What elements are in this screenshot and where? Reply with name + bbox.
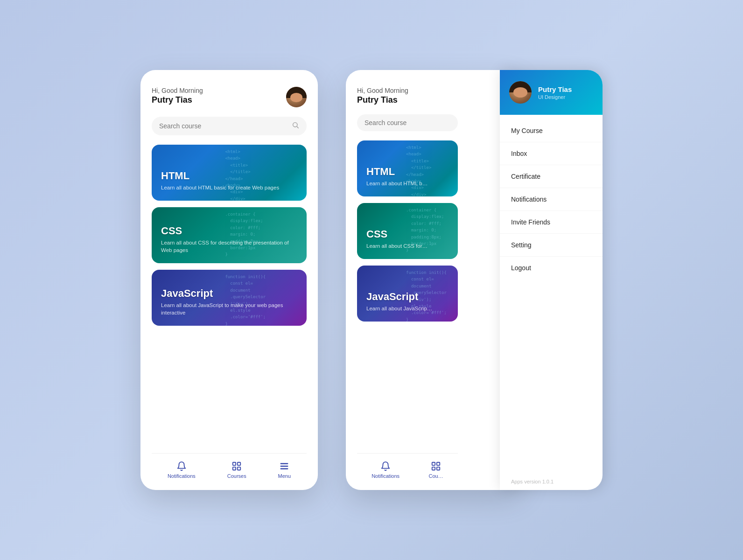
- course-desc-html-2: Learn all about HTML b…: [366, 180, 449, 187]
- avatar[interactable]: [286, 87, 307, 107]
- course-title-html: HTML: [161, 170, 297, 182]
- svg-rect-11: [432, 467, 435, 470]
- course-desc-js-2: Learn all about JavaScrip…: [366, 305, 449, 312]
- svg-point-0: [293, 123, 297, 127]
- bottom-nav-2: Notifications Cou…: [357, 453, 458, 479]
- menu-item-invite-friends[interactable]: Invite Friends: [500, 211, 603, 234]
- phone-card-2-wrapper: Hi, Good Morning Putry Tias <html> <head…: [346, 70, 603, 490]
- header: Hi, Good Morning Putry Tias: [152, 87, 307, 107]
- menu-panel: Putry Tias UI Designer My Course Inbox C…: [500, 70, 603, 490]
- course-desc-js: Learn all about JavaScript to make your …: [161, 301, 297, 316]
- nav-menu-label: Menu: [278, 473, 291, 479]
- svg-rect-4: [233, 467, 236, 470]
- menu-avatar: [509, 81, 532, 104]
- nav-courses[interactable]: Courses: [227, 461, 246, 479]
- course-title-js-2: JavaScript: [366, 291, 449, 303]
- svg-rect-9: [432, 462, 435, 465]
- nav-courses-label-2: Cou…: [428, 473, 443, 479]
- avatar-image: [286, 87, 307, 107]
- menu-user-name: Putry Tias: [538, 85, 572, 93]
- user-name-2: Putry Tias: [357, 95, 408, 105]
- course-card-html-2[interactable]: <html> <head> <title> </title> </head> <…: [357, 140, 458, 196]
- search-input-2[interactable]: [364, 119, 450, 126]
- header-2: Hi, Good Morning Putry Tias: [357, 87, 512, 105]
- menu-item-logout[interactable]: Logout: [500, 257, 603, 279]
- svg-rect-12: [437, 467, 440, 470]
- nav-menu[interactable]: Menu: [278, 461, 291, 479]
- search-icon: [292, 121, 299, 131]
- course-title-html-2: HTML: [366, 166, 449, 178]
- menu-user-info: Putry Tias UI Designer: [538, 85, 572, 100]
- nav-courses-2[interactable]: Cou…: [428, 461, 443, 479]
- course-desc-html: Learn all about HTML basic for create We…: [161, 184, 297, 191]
- nav-notifications-label: Notifications: [168, 473, 196, 479]
- course-card-js-2[interactable]: function init(){ const el= document .que…: [357, 266, 458, 322]
- menu-user-role: UI Designer: [538, 94, 572, 100]
- course-card-css[interactable]: .container { display:flex; color: #fff; …: [152, 207, 307, 263]
- phone-card-1: Hi, Good Morning Putry Tias <html> <head…: [140, 70, 318, 490]
- search-bar-2[interactable]: [357, 114, 458, 131]
- course-desc-css: Learn all about CSS for describing the p…: [161, 239, 297, 254]
- nav-notifications-label-2: Notifications: [372, 473, 400, 479]
- nav-courses-label: Courses: [227, 473, 246, 479]
- nav-notifications[interactable]: Notifications: [168, 461, 196, 479]
- course-card-css-2[interactable]: .container { display:flex; color: #fff; …: [357, 203, 458, 259]
- svg-rect-10: [437, 462, 440, 465]
- course-title-js: JavaScript: [161, 287, 297, 300]
- greeting-block-2: Hi, Good Morning Putry Tias: [357, 87, 408, 105]
- course-card-js[interactable]: function init(){ const el= document .que…: [152, 270, 307, 326]
- menu-item-certificate[interactable]: Certificate: [500, 165, 603, 188]
- course-card-html[interactable]: <html> <head> <title> </title> </head> <…: [152, 145, 307, 201]
- svg-rect-5: [238, 467, 240, 470]
- user-name: Putry Tias: [152, 95, 203, 105]
- svg-rect-3: [238, 462, 240, 465]
- nav-notifications-2[interactable]: Notifications: [372, 461, 400, 479]
- svg-rect-2: [233, 462, 236, 465]
- phone-card-2: Hi, Good Morning Putry Tias <html> <head…: [346, 70, 523, 490]
- course-title-css: CSS: [161, 225, 297, 237]
- courses-list-2: <html> <head> <title> </title> </head> <…: [357, 140, 512, 444]
- menu-version: Apps version 1.0.1: [500, 473, 603, 490]
- svg-line-1: [297, 126, 299, 128]
- courses-list: <html> <head> <title> </title> </head> <…: [152, 145, 307, 444]
- greeting-block: Hi, Good Morning Putry Tias: [152, 87, 203, 105]
- search-bar[interactable]: [152, 117, 307, 135]
- bottom-nav: Notifications Courses Menu: [152, 453, 307, 479]
- menu-header: Putry Tias UI Designer: [500, 70, 603, 115]
- menu-item-inbox[interactable]: Inbox: [500, 142, 603, 165]
- greeting-text: Hi, Good Morning: [152, 87, 203, 94]
- greeting-text-2: Hi, Good Morning: [357, 87, 408, 94]
- search-input[interactable]: [159, 122, 288, 130]
- menu-item-notifications[interactable]: Notifications: [500, 188, 603, 211]
- course-title-css-2: CSS: [366, 228, 449, 240]
- course-desc-css-2: Learn all about CSS for…: [366, 242, 449, 250]
- menu-item-setting[interactable]: Setting: [500, 234, 603, 257]
- menu-item-my-course[interactable]: My Course: [500, 119, 603, 142]
- menu-items: My Course Inbox Certificate Notification…: [500, 115, 603, 473]
